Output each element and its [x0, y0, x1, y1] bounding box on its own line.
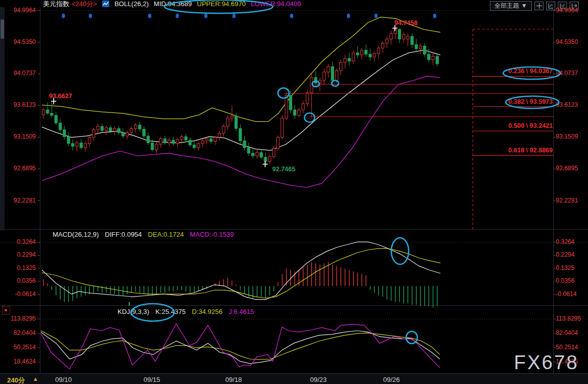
- kdj-axis-label-right: 113.8295: [556, 315, 581, 322]
- date-axis-label: 09/10: [55, 376, 72, 383]
- brand-watermark: FX678: [514, 352, 579, 374]
- boll-upper-value: UPPER:94.6970: [197, 0, 246, 8]
- boll-label: BOLL(26,2): [114, 0, 149, 8]
- price-axis-label-left: 93.1509: [4, 133, 36, 140]
- fib-level-label: 0.382 \ 93.5973: [480, 98, 553, 105]
- macd-axis-label-left: -0.0614: [4, 290, 36, 298]
- price-annotation: 93.6627: [49, 93, 72, 100]
- boll-lower-value: LOWER:94.0409: [251, 0, 301, 8]
- kdj-axis-label-left: 18.4624: [4, 358, 36, 365]
- instrument-title: 美元指数: [43, 0, 69, 9]
- chart-header: 美元指数 <240分> BOLL(26,2) MID:94.3689 UPPER…: [43, 0, 301, 8]
- marker-flag-icon[interactable]: [2, 306, 10, 314]
- macd-axis-label-left: 0.3264: [4, 238, 36, 245]
- add-pane-icon[interactable]: [546, 2, 555, 10]
- macd-axis-label-right: -0.0614: [556, 290, 577, 298]
- date-axis-label: 09/18: [225, 376, 242, 383]
- price-axis-label-right: 92.2281: [556, 197, 578, 204]
- chart-type-icon[interactable]: [102, 1, 109, 7]
- main-chart-canvas[interactable]: [0, 0, 588, 384]
- macd-header: MACD(26,12,9) DIFF:0.0954 DEA:0.1724 MAC…: [53, 231, 234, 238]
- fib-level-label: 0.618 \ 92.8869: [480, 147, 553, 154]
- fib-level-label: 0.500 \ 93.2421: [480, 122, 553, 129]
- kdj-name: KDJ(9,3,3): [117, 308, 149, 315]
- date-axis: 240分 ▲ 09/1009/1509/1809/2309/26: [0, 373, 588, 384]
- fib-level-label: 0.236 \ 94.0367: [480, 67, 553, 75]
- macd-axis-label-right: 0.1325: [556, 264, 575, 272]
- kdj-j-value: J:6.4615: [228, 308, 254, 315]
- kdj-axis-label-left: 50.2514: [4, 344, 36, 351]
- themes-dropdown[interactable]: 全部主题 ▼: [490, 1, 532, 11]
- date-axis-label: 09/26: [383, 376, 400, 383]
- price-annotation: 92.7465: [272, 166, 295, 173]
- price-axis-label-right: 94.9964: [556, 7, 578, 14]
- move-tool-icon[interactable]: [534, 2, 544, 10]
- price-axis-label-right: 94.0737: [556, 70, 578, 77]
- date-axis-label: 09/23: [310, 376, 327, 383]
- price-annotation: 94.7458: [394, 19, 417, 27]
- price-axis-label-left: 93.6123: [4, 101, 36, 108]
- chart-window: 美元指数 <240分> BOLL(26,2) MID:94.3689 UPPER…: [0, 0, 588, 384]
- scrollbar-thumb[interactable]: [1, 19, 4, 39]
- macd-axis-label-right: 0.3264: [556, 238, 575, 245]
- price-axis-label-right: 93.6123: [556, 101, 578, 108]
- kdj-d-value: D:34.9256: [192, 308, 222, 315]
- boll-mid-value: MID:94.3689: [154, 0, 192, 8]
- kdj-header: KDJ(9,3,3) K:25.4375 D:34.9256 J:6.4615: [117, 308, 254, 315]
- macd-axis-label-right: 0.2294: [556, 251, 575, 258]
- price-axis-label-right: 94.5350: [556, 38, 578, 46]
- kdj-k-value: K:25.4375: [155, 308, 185, 315]
- macd-name: MACD(26,12,9): [53, 231, 99, 238]
- chevron-down-icon: ▼: [521, 2, 527, 10]
- period-up-arrow-icon[interactable]: ▲: [33, 376, 38, 382]
- date-axis-label: 09/15: [144, 376, 160, 383]
- kdj-axis-label-right: 50.2514: [556, 344, 578, 351]
- price-axis-label-left: 92.6895: [4, 165, 36, 172]
- price-axis-label-left: 94.5350: [4, 38, 36, 46]
- themes-dropdown-label: 全部主题: [495, 2, 519, 10]
- macd-diff-value: DIFF:0.0954: [105, 231, 142, 238]
- price-axis-label-left: 94.9964: [4, 7, 36, 14]
- macd-axis-label-left: 0.2294: [4, 251, 36, 258]
- kdj-axis-label-left: 82.0404: [4, 329, 36, 336]
- kdj-axis-label-left: 113.8295: [4, 315, 36, 322]
- price-axis-label-left: 94.0737: [4, 70, 36, 77]
- price-axis-label-left: 92.2281: [4, 197, 36, 204]
- macd-axis-label-right: 0.0356: [556, 277, 575, 284]
- period-tag: <240分>: [72, 0, 97, 9]
- price-axis-label-right: 92.6895: [556, 165, 578, 172]
- price-axis-label-right: 93.1509: [556, 133, 578, 140]
- macd-axis-label-left: 0.0356: [4, 277, 36, 284]
- macd-value: MACD:-0.1539: [190, 231, 234, 238]
- kdj-axis-label-right: 82.0404: [556, 329, 578, 336]
- macd-dea-value: DEA:0.1724: [148, 231, 184, 238]
- macd-axis-label-left: 0.1325: [4, 264, 36, 272]
- footer-period-label[interactable]: 240分: [7, 376, 25, 384]
